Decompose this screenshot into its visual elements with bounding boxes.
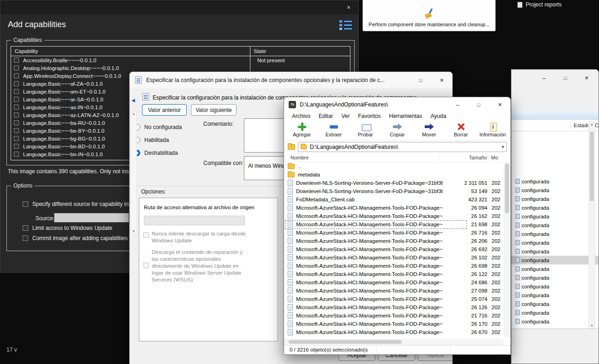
next-setting-button[interactable]: Valor siguiente — [191, 104, 237, 116]
menu-item-ver[interactable]: Ver — [337, 112, 354, 121]
toolbar-delete[interactable]: Borrar — [445, 121, 477, 140]
policy-state-row[interactable]: configurada — [511, 221, 599, 229]
policy-state-row[interactable]: configurada — [511, 229, 599, 238]
capability-checkbox[interactable] — [14, 128, 19, 133]
file-row[interactable]: Microsoft-AzureStack-HCI-Management-Tool… — [285, 212, 504, 220]
close-button[interactable] — [489, 97, 510, 112]
capability-checkbox[interactable] — [14, 58, 19, 63]
never-download-checkbox[interactable] — [143, 232, 149, 238]
minimize-button[interactable] — [534, 70, 555, 86]
capability-checkbox[interactable] — [14, 112, 19, 117]
add-capabilities-titlebar[interactable] — [0, 0, 358, 14]
up-directory-icon[interactable] — [288, 144, 295, 150]
previous-setting-button[interactable]: Valor anterior — [142, 104, 187, 116]
maximize-button[interactable] — [410, 72, 431, 88]
comment-column-header[interactable]: Co — [595, 123, 599, 128]
checkbox[interactable] — [23, 225, 28, 231]
size-column-header[interactable]: Tamaño — [441, 155, 487, 160]
project-reports-item[interactable]: Project reports — [517, 1, 562, 8]
file-row[interactable]: Microsoft-AzureStack-HCI-Management-Tool… — [285, 253, 504, 262]
policy-state-row[interactable]: configurada — [511, 247, 599, 256]
vertical-scrollbar[interactable] — [504, 162, 510, 337]
sevenzip-titlebar[interactable]: D:\LanguagesAndOptionalFeatures\ — [284, 97, 510, 112]
state-column-header[interactable]: State — [254, 48, 266, 54]
scroll-up-icon[interactable] — [131, 112, 136, 115]
file-row[interactable]: Microsoft-AzureStack-HCI-Management-Tool… — [285, 303, 504, 311]
file-row[interactable]: Downlevel-NLS-Sorting-Versions-Server-Fo… — [285, 179, 504, 187]
policy-state-row[interactable]: configurada — [511, 308, 599, 317]
scroll-up-icon[interactable] — [589, 123, 595, 126]
dialog-scrollbar[interactable] — [130, 111, 137, 234]
file-row[interactable]: Microsoft-AzureStack-HCI-Management-Tool… — [285, 229, 504, 237]
file-row[interactable]: Microsoft-AzureStack-HCI-Management-Tool… — [285, 262, 504, 270]
toolbar-copy[interactable]: Copiar — [381, 121, 413, 140]
policy-state-row[interactable]: configurada — [511, 291, 599, 299]
file-row[interactable]: Microsoft-AzureStack-HCI-Management-Tool… — [285, 270, 504, 278]
name-column-header[interactable]: Nombre — [291, 155, 308, 160]
capability-column-header[interactable]: Capability — [11, 48, 38, 54]
close-button[interactable] — [342, 2, 356, 13]
capability-checkbox[interactable] — [14, 81, 19, 86]
maximize-button[interactable] — [555, 70, 576, 86]
radio-enabled[interactable]: Habilitada — [134, 137, 169, 143]
checkbox[interactable] — [23, 201, 28, 207]
estado-column-header[interactable]: Estado — [574, 123, 590, 128]
capability-checkbox[interactable] — [14, 73, 19, 78]
capability-checkbox[interactable] — [14, 144, 19, 149]
gpme-titlebar[interactable] — [511, 70, 599, 86]
policy-state-row[interactable]: configurada — [511, 212, 599, 221]
capability-checkbox[interactable] — [14, 97, 19, 102]
file-row[interactable]: Microsoft-AzureStack-HCI-Management-Tool… — [285, 295, 504, 303]
scrollbar-thumb[interactable] — [289, 340, 402, 344]
file-row[interactable]: Microsoft-AzureStack-HCI-Management-Tool… — [285, 220, 504, 229]
address-combo[interactable]: D:\LanguagesAndOptionalFeatures\ — [298, 142, 507, 152]
source-input[interactable] — [54, 213, 129, 223]
dialog-titlebar[interactable]: Especificar la configuración para la ins… — [130, 72, 452, 88]
chevron-down-icon[interactable] — [502, 142, 504, 152]
file-row[interactable]: Downlevel-NLS-Sorting-Versions-Server-Fo… — [285, 187, 504, 195]
close-button[interactable] — [576, 70, 597, 86]
file-row[interactable]: metadata — [285, 170, 504, 179]
toolbar-add[interactable]: Agregar — [286, 121, 318, 140]
menu-item-herramientas[interactable]: Herramientas — [385, 112, 427, 121]
scrollbar-thumb[interactable] — [505, 164, 509, 213]
capability-checkbox[interactable] — [14, 152, 19, 157]
checkbox[interactable] — [23, 235, 28, 241]
capability-checkbox[interactable] — [14, 105, 19, 110]
file-row[interactable]: Microsoft-AzureStack-HCI-Management-Tool… — [285, 245, 504, 253]
file-row[interactable]: Microsoft-AzureStack-HCI-Management-Tool… — [285, 287, 504, 295]
radio-disabled[interactable]: Deshabilitada — [134, 150, 178, 156]
radio-not-configured[interactable]: No configurada — [134, 124, 182, 130]
menu-item-ayuda[interactable]: Ayuda — [427, 112, 451, 121]
capability-checkbox[interactable] — [14, 120, 19, 125]
capability-checkbox[interactable] — [14, 65, 19, 70]
gpme-vertical-scrollbar[interactable] — [588, 121, 595, 329]
policy-state-row[interactable]: configurada — [511, 273, 599, 282]
capability-checkbox[interactable] — [14, 136, 19, 141]
scrollbar-thumb[interactable] — [590, 132, 594, 201]
capability-checkbox[interactable] — [14, 89, 19, 94]
policy-state-row[interactable]: configurada — [511, 317, 599, 326]
menu-item-favoritos[interactable]: Favoritos — [354, 112, 385, 121]
limit-wu-checkbox-row[interactable]: Limit access to Windows Update — [23, 225, 112, 231]
file-row[interactable]: FoDMetadata_Client.cab423 321202 — [285, 195, 504, 204]
menu-item-archivo[interactable]: Archivo — [288, 112, 314, 121]
file-row[interactable]: Microsoft-AzureStack-HCI-Management-Tool… — [285, 237, 504, 245]
policy-state-row[interactable]: configurada — [511, 203, 599, 212]
policy-state-row[interactable]: configurada — [511, 299, 599, 308]
toolbar-test[interactable]: Probar — [350, 121, 381, 140]
toolbar-info[interactable]: Información — [477, 121, 509, 140]
file-row[interactable]: Microsoft-AzureStack-HCI-Management-Tool… — [285, 328, 504, 336]
maintenance-menu-item[interactable]: Perform component store maintenance and … — [362, 0, 496, 31]
scroll-down-icon[interactable] — [589, 324, 595, 327]
close-button[interactable] — [431, 72, 452, 88]
toolbar-move[interactable]: Mover — [413, 121, 445, 140]
horizontal-scrollbar[interactable] — [284, 339, 504, 345]
policy-state-row[interactable]: configurada — [511, 264, 599, 273]
toolbar-extract[interactable]: Extraer — [318, 121, 350, 140]
specify-source-checkbox-row[interactable]: Specify different source for capability … — [23, 201, 138, 207]
capability-row[interactable]: Analog.Holographic.Desktop~~~~0.0.1.0 — [11, 64, 350, 72]
scroll-down-icon[interactable] — [131, 229, 136, 233]
policy-state-row[interactable]: configurada — [511, 194, 599, 203]
capability-row[interactable]: Accessibility.Braille~~~~0.0.1.0Not pres… — [11, 56, 350, 64]
